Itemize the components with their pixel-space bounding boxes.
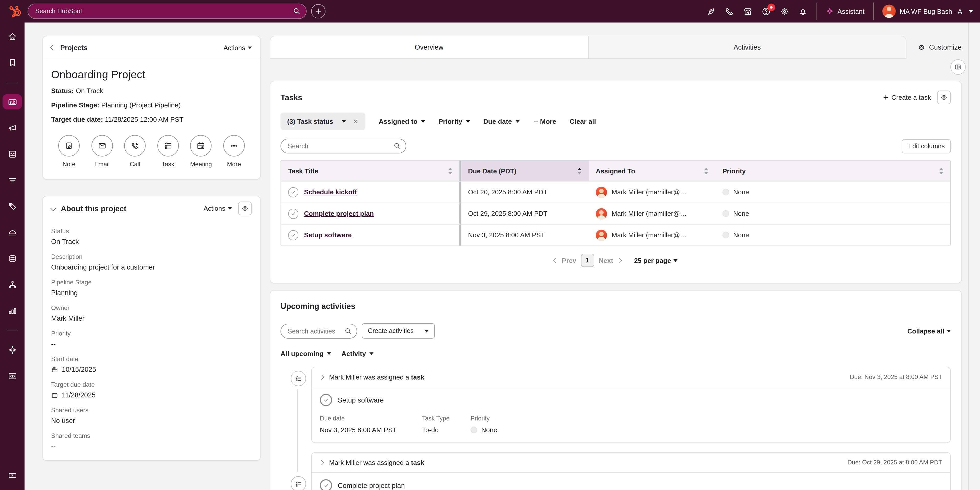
service-bell-icon: [7, 227, 17, 237]
filter-all-upcoming[interactable]: All upcoming: [280, 350, 331, 358]
field-description: DescriptionOnboarding project for a cust…: [43, 253, 260, 271]
complete-task-checkbox[interactable]: [288, 187, 298, 197]
hubspot-logo-icon[interactable]: [7, 3, 22, 19]
help-icon[interactable]: [761, 6, 771, 16]
chevron-down-icon[interactable]: [50, 205, 56, 211]
sidebar-expand-button[interactable]: [3, 468, 22, 483]
tab-activities[interactable]: Activities: [588, 36, 906, 58]
complete-task-checkbox[interactable]: [288, 208, 298, 219]
quick-create-button[interactable]: [311, 4, 326, 18]
filter-due-date[interactable]: Due date: [483, 117, 519, 125]
field-value[interactable]: 10/15/2025: [62, 366, 96, 373]
field-value[interactable]: Planning: [51, 289, 78, 297]
about-actions-dropdown[interactable]: Actions: [204, 204, 232, 212]
filter-more[interactable]: More: [533, 117, 557, 125]
activity-task-title[interactable]: Setup software: [338, 396, 384, 404]
collapse-panel-button[interactable]: [950, 59, 966, 75]
field-value[interactable]: Onboarding project for a customer: [51, 263, 155, 271]
column-header-due-date[interactable]: Due Date (PDT): [459, 161, 589, 181]
per-page-dropdown[interactable]: 25 per page: [634, 257, 678, 264]
task-button[interactable]: Task: [153, 135, 183, 168]
per-page-label: 25 per page: [634, 257, 671, 264]
tab-overview[interactable]: Overview: [270, 36, 588, 58]
sidebar-item-home[interactable]: [3, 29, 22, 44]
sidebar-item-marketing[interactable]: [3, 120, 22, 136]
create-activities-dropdown[interactable]: Create activities: [362, 323, 434, 338]
hubspot-app: Assistant MA WF Bug Bash - A: [0, 0, 980, 490]
activity-header[interactable]: Mark Miller was assigned a task Due: Nov…: [312, 367, 950, 387]
complete-task-checkbox[interactable]: [288, 230, 298, 240]
check-icon: [291, 190, 296, 195]
search-icon: [292, 6, 301, 15]
call-button[interactable]: Call: [120, 135, 150, 168]
clear-all-button[interactable]: Clear all: [570, 117, 596, 125]
sidebar-item-developer[interactable]: [3, 368, 22, 384]
sidebar-item-reporting[interactable]: [3, 303, 22, 318]
task-title-link[interactable]: Setup software: [304, 231, 352, 239]
activity-task-title[interactable]: Complete project plan: [338, 482, 405, 489]
record-header: Projects Actions: [43, 36, 260, 59]
sidebar-item-commerce[interactable]: [3, 172, 22, 188]
calling-icon[interactable]: [724, 6, 734, 16]
sidebar-item-service[interactable]: [3, 225, 22, 240]
complete-task-checkbox[interactable]: [320, 479, 332, 490]
about-header: About this project Actions: [43, 196, 260, 220]
next-button[interactable]: Next: [599, 257, 613, 264]
filter-task-status[interactable]: (3) Task status: [280, 113, 365, 130]
record-due-line: Target due date: 11/28/2025 12:00 AM PST: [51, 115, 252, 124]
assistant-button[interactable]: Assistant: [826, 7, 864, 15]
about-settings-button[interactable]: [238, 201, 252, 215]
sidebar-item-automations[interactable]: [3, 277, 22, 292]
settings-icon[interactable]: [780, 6, 789, 16]
account-menu[interactable]: MA WF Bug Bash - A: [882, 5, 973, 18]
filter-assigned-to[interactable]: Assigned to: [379, 117, 425, 125]
meta-value: Nov 3, 2025 8:00 AM PST: [320, 426, 422, 434]
field-value[interactable]: Mark Miller: [51, 314, 84, 322]
activity-header[interactable]: Mark Miller was assigned a task Due: Oct…: [312, 453, 950, 472]
sidebar-item-breeze-ai[interactable]: [3, 342, 22, 358]
record-actions-dropdown[interactable]: Actions: [224, 44, 252, 51]
tasks-search-input[interactable]: [280, 139, 406, 153]
sort-icons: [448, 168, 452, 174]
customize-button[interactable]: Customize: [918, 36, 962, 59]
marketplace-icon[interactable]: [743, 6, 752, 16]
field-value[interactable]: --: [51, 442, 56, 450]
create-task-button[interactable]: Create a task: [882, 94, 931, 101]
breadcrumb[interactable]: Projects: [51, 44, 88, 51]
copilot-feather-icon[interactable]: [706, 6, 716, 16]
more-button[interactable]: More: [219, 135, 249, 168]
column-header-assigned-to[interactable]: Assigned To: [589, 161, 715, 181]
sidebar-item-content[interactable]: [3, 146, 22, 162]
column-header-task-title[interactable]: Task Title: [281, 161, 459, 181]
prev-button[interactable]: Prev: [562, 257, 576, 264]
global-search-input[interactable]: [28, 3, 307, 19]
page-number[interactable]: 1: [581, 254, 594, 267]
edit-columns-button[interactable]: Edit columns: [902, 139, 951, 153]
call-label: Call: [130, 161, 140, 168]
sidebar-item-data[interactable]: [3, 251, 22, 266]
email-button[interactable]: Email: [87, 135, 117, 168]
tasks-settings-button[interactable]: [937, 91, 951, 104]
prev-chevron-icon[interactable]: [553, 258, 558, 263]
task-title-link[interactable]: Schedule kickoff: [304, 188, 357, 196]
collapse-all-dropdown[interactable]: Collapse all: [907, 327, 951, 335]
next-chevron-icon[interactable]: [617, 258, 622, 263]
note-button[interactable]: Note: [54, 135, 84, 168]
content-page-icon: [7, 149, 17, 159]
column-header-priority[interactable]: Priority: [715, 161, 950, 181]
task-title-link[interactable]: Complete project plan: [304, 210, 374, 217]
meeting-button[interactable]: Meeting: [186, 135, 216, 168]
notifications-bell-icon[interactable]: [798, 6, 808, 16]
filter-priority[interactable]: Priority: [438, 117, 470, 125]
sidebar-item-bookmarks[interactable]: [3, 55, 22, 70]
sidebar-item-crm[interactable]: [3, 94, 22, 109]
field-value[interactable]: 11/28/2025: [62, 391, 95, 399]
field-value[interactable]: --: [51, 340, 56, 348]
sidebar-item-sales[interactable]: [3, 198, 22, 214]
field-value[interactable]: No user: [51, 417, 75, 425]
field-value[interactable]: On Track: [51, 238, 79, 246]
complete-task-checkbox[interactable]: [320, 394, 332, 406]
plus-icon: [882, 94, 889, 101]
filter-activity[interactable]: Activity: [341, 350, 374, 358]
close-icon[interactable]: [352, 118, 359, 124]
